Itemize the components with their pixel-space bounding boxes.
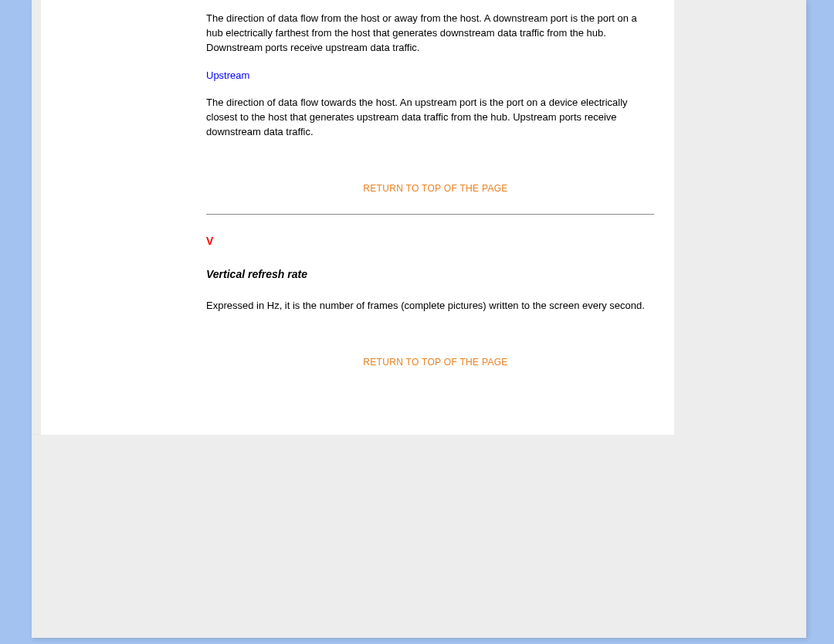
upstream-definition: The direction of data flow towards the h…	[206, 96, 654, 140]
inner-document-frame: The direction of data flow from the host…	[32, 0, 674, 435]
main-content: The direction of data flow from the host…	[197, 0, 674, 435]
section-divider	[206, 214, 654, 215]
outer-page-frame: The direction of data flow from the host…	[32, 0, 806, 638]
left-sidebar	[41, 0, 197, 435]
section-letter-v: V	[206, 233, 665, 249]
vertical-refresh-rate-definition: Expressed in Hz, it is the number of fra…	[206, 299, 654, 314]
vertical-refresh-rate-heading: Vertical refresh rate	[206, 266, 665, 282]
return-to-top-link-2[interactable]: RETURN TO TOP OF THE PAGE	[206, 356, 665, 369]
return-to-top-link[interactable]: RETURN TO TOP OF THE PAGE	[206, 182, 665, 195]
upstream-term: Upstream	[206, 69, 665, 83]
downstream-definition: The direction of data flow from the host…	[206, 12, 654, 56]
